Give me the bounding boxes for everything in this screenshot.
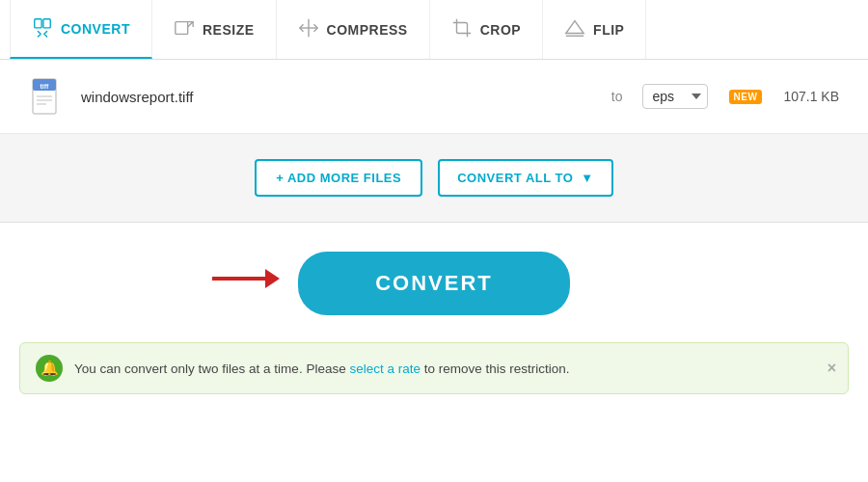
notification-text: You can convert only two files at a time… bbox=[74, 362, 570, 376]
select-rate-link[interactable]: select a rate bbox=[349, 362, 420, 376]
red-arrow bbox=[212, 264, 280, 293]
to-label: to bbox=[611, 89, 623, 104]
nav-bar: CONVERT RESIZE COMPRESS CROP bbox=[0, 0, 868, 60]
convert-button[interactable]: CONVERT bbox=[298, 252, 570, 315]
convert-all-button[interactable]: CONVERT ALL TO ▼ bbox=[438, 159, 613, 197]
action-area: + ADD MORE FILES CONVERT ALL TO ▼ bbox=[0, 134, 868, 223]
resize-icon bbox=[174, 17, 195, 41]
notification-bar: 🔔 You can convert only two files at a ti… bbox=[19, 342, 849, 394]
nav-item-compress[interactable]: COMPRESS bbox=[277, 0, 430, 59]
file-row: tiff windowsreport.tiff to eps jpg png g… bbox=[29, 60, 839, 133]
nav-item-crop[interactable]: CROP bbox=[430, 0, 543, 59]
nav-item-convert[interactable]: CONVERT bbox=[10, 0, 152, 59]
notification-text-after: to remove this restriction. bbox=[420, 362, 570, 376]
svg-marker-14 bbox=[265, 269, 280, 288]
nav-label-crop: CROP bbox=[480, 22, 521, 38]
convert-all-label: CONVERT ALL TO bbox=[457, 171, 573, 185]
format-select[interactable]: eps jpg png gif bmp tiff webp bbox=[642, 84, 708, 109]
nav-item-resize[interactable]: RESIZE bbox=[152, 0, 277, 59]
nav-label-flip: FLIP bbox=[593, 22, 624, 38]
notification-text-before: You can convert only two files at a time… bbox=[74, 362, 349, 376]
flip-icon bbox=[564, 17, 585, 41]
nav-item-flip[interactable]: FLIP bbox=[543, 0, 646, 59]
new-badge: NEW bbox=[729, 90, 763, 104]
file-icon: tiff bbox=[29, 77, 68, 116]
nav-label-resize: RESIZE bbox=[203, 22, 255, 38]
nav-label-convert: CONVERT bbox=[61, 21, 130, 37]
svg-rect-2 bbox=[176, 22, 188, 35]
convert-area: CONVERT bbox=[0, 223, 868, 335]
svg-marker-5 bbox=[566, 21, 583, 34]
file-area: tiff windowsreport.tiff to eps jpg png g… bbox=[0, 60, 868, 134]
chevron-down-icon: ▼ bbox=[581, 171, 593, 185]
crop-icon bbox=[451, 17, 473, 41]
svg-rect-0 bbox=[35, 19, 41, 28]
add-more-files-button[interactable]: + ADD MORE FILES bbox=[255, 159, 422, 197]
notification-icon: 🔔 bbox=[36, 355, 63, 382]
svg-text:tiff: tiff bbox=[41, 83, 50, 90]
nav-label-compress: COMPRESS bbox=[327, 22, 408, 38]
notification-close-button[interactable]: × bbox=[827, 360, 836, 377]
convert-icon bbox=[32, 16, 53, 40]
compress-icon bbox=[298, 17, 319, 41]
file-size: 107.1 KB bbox=[783, 89, 839, 104]
file-name: windowsreport.tiff bbox=[81, 89, 598, 105]
svg-rect-1 bbox=[43, 19, 50, 28]
